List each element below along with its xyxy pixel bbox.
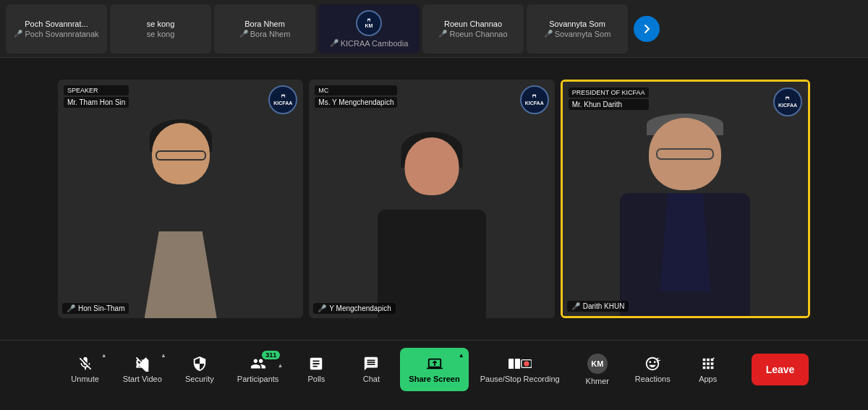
khmer-label: Khmer xyxy=(586,377,609,385)
apps-label: Apps xyxy=(699,375,717,383)
polls-label: Polls xyxy=(307,375,325,383)
mic-muted-icon-bora: 🎤 xyxy=(239,30,248,38)
participant-name-sekong: se kong xyxy=(147,20,175,28)
tie-speaker3 xyxy=(660,193,710,291)
mic-muted-icon-sovannyta: 🎤 xyxy=(544,30,553,38)
body-speaker2 xyxy=(378,210,486,318)
participants-button[interactable]: 311 ▲ Participants xyxy=(229,348,287,391)
mic-muted-icon-speaker3: 🎤 xyxy=(571,302,580,310)
shirt-speaker1 xyxy=(145,231,217,318)
pause-recording-button[interactable]: Pause/Stop Recording xyxy=(472,348,569,391)
next-participants-button[interactable] xyxy=(634,16,660,42)
polls-button[interactable]: Polls xyxy=(290,348,342,391)
participants-label: Participants xyxy=(237,375,278,383)
participant-tile-bora[interactable]: Bora Nhem 🎤 Bora Nhem xyxy=(214,4,315,54)
share-screen-arrow-icon: ▲ xyxy=(459,352,464,359)
main-video-area: SPEAKER Mr. Tham Hon Sin កKICFAA 🎤 Hon S… xyxy=(0,58,868,340)
speaker-name-label-speaker2: Ms. Y Mengchendapich xyxy=(315,97,397,108)
speaker-name-label-speaker1: Mr. Tham Hon Sin xyxy=(64,97,129,108)
mic-muted-icon-poch: 🎤 xyxy=(14,30,22,38)
reactions-icon xyxy=(644,356,660,372)
videocam-off-icon xyxy=(135,356,150,372)
role-label-speaker2: MC xyxy=(315,85,397,95)
body-speaker1 xyxy=(123,202,239,318)
participant-tile-roeun[interactable]: Roeun Channao 🎤 Roeun Channao xyxy=(422,4,524,54)
apps-button[interactable]: Apps xyxy=(682,348,734,391)
video-footer-speaker1: 🎤 Hon Sin-Tham xyxy=(62,303,129,314)
reactions-button[interactable]: Reactions xyxy=(626,348,679,391)
khmer-button[interactable]: KM Khmer xyxy=(571,348,624,391)
participants-bar: Poch Sovannrat... 🎤 Poch Sovannratanak s… xyxy=(0,0,868,58)
svg-point-3 xyxy=(524,361,529,366)
video-bg-speaker2: MC Ms. Y Mengchendapich កKICFAA 🎤 Y Meng… xyxy=(309,80,554,318)
role-label-speaker3: PRESIDENT OF KICFAA xyxy=(569,87,649,98)
svg-rect-1 xyxy=(515,358,520,368)
glasses-speaker3 xyxy=(656,148,714,160)
security-label: Security xyxy=(185,375,214,383)
video-grid: SPEAKER Mr. Tham Hon Sin កKICFAA 🎤 Hon S… xyxy=(0,80,868,318)
face-speaker3 xyxy=(649,118,721,190)
polls-icon xyxy=(308,356,324,372)
kicraa-logo: កKM xyxy=(356,10,382,36)
participant-name-poch: Poch Sovannrat... xyxy=(25,20,88,28)
face-speaker1 xyxy=(152,123,210,184)
share-screen-label: Share Screen xyxy=(409,375,459,383)
security-button[interactable]: Security xyxy=(174,348,226,391)
security-icon xyxy=(192,356,208,372)
video-cell-speaker1[interactable]: SPEAKER Mr. Tham Hon Sin កKICFAA 🎤 Hon S… xyxy=(58,80,303,318)
participant-subname-roeun: 🎤 Roeun Channao xyxy=(438,30,507,38)
video-header-overlay-speaker2: MC Ms. Y Mengchendapich កKICFAA xyxy=(315,85,548,114)
start-video-arrow-icon: ▲ xyxy=(161,352,166,359)
video-cell-speaker3[interactable]: PRESIDENT OF KICFAA Mr. Khun Darith កKIC… xyxy=(561,80,810,318)
unmute-button[interactable]: ▲ Unmute xyxy=(59,348,111,391)
video-header-overlay-speaker3: PRESIDENT OF KICFAA Mr. Khun Darith កKIC… xyxy=(569,87,802,116)
leave-button[interactable]: Leave xyxy=(752,354,809,385)
video-bg-speaker3: PRESIDENT OF KICFAA Mr. Khun Darith កKIC… xyxy=(563,82,808,316)
participant-tile-sovannyta[interactable]: Sovannyta Som 🎤 Sovannyta Som xyxy=(527,4,628,54)
kicfaa-logo-speaker3: កKICFAA xyxy=(773,87,802,116)
participant-subname-bora: 🎤 Bora Nhem xyxy=(239,30,291,38)
km-icon: KM xyxy=(587,354,608,374)
mic-muted-icon-kicraa: 🎤 xyxy=(330,39,339,47)
pause-recording-icon xyxy=(509,356,532,372)
participant-tile-poch[interactable]: Poch Sovannrat... 🎤 Poch Sovannratanak xyxy=(6,4,107,54)
participant-subname-kicraa: 🎤 KICRAA Cambodia xyxy=(330,39,409,48)
mic-muted-icon-roeun: 🎤 xyxy=(438,30,447,38)
participant-subname-sovannyta: 🎤 Sovannyta Som xyxy=(544,30,611,38)
participant-name-sovannyta: Sovannyta Som xyxy=(549,20,605,28)
chat-icon xyxy=(363,356,379,372)
chat-button[interactable]: Chat xyxy=(345,348,397,391)
participant-subname-sekong: se kong xyxy=(147,30,175,38)
svg-rect-0 xyxy=(509,358,514,368)
video-cell-speaker2[interactable]: MC Ms. Y Mengchendapich កKICFAA 🎤 Y Meng… xyxy=(309,80,554,318)
participant-subname-poch: 🎤 Poch Sovannratanak xyxy=(14,30,98,38)
speaker-name-label-speaker3: Mr. Khun Darith xyxy=(569,99,649,110)
participant-tile-sekong[interactable]: se kong se kong xyxy=(110,4,211,54)
participants-badge: 311 xyxy=(262,351,280,359)
mic-off-icon xyxy=(77,356,93,372)
mic-muted-icon-speaker2: 🎤 xyxy=(318,304,326,312)
role-label-speaker1: SPEAKER xyxy=(64,85,129,95)
reactions-label: Reactions xyxy=(635,375,671,383)
unmute-label: Unmute xyxy=(71,375,99,383)
body-speaker3 xyxy=(620,193,750,316)
video-footer-speaker3: 🎤 Darith KHUN xyxy=(567,301,629,312)
mic-muted-icon-speaker1: 🎤 xyxy=(67,304,75,312)
video-bg-speaker1: SPEAKER Mr. Tham Hon Sin កKICFAA 🎤 Hon S… xyxy=(58,80,303,318)
chat-label: Chat xyxy=(363,375,380,383)
participant-tile-kicraa[interactable]: កKM 🎤 KICRAA Cambodia xyxy=(318,4,420,54)
kicfaa-logo-speaker2: កKICFAA xyxy=(520,85,549,114)
apps-icon xyxy=(700,356,716,372)
video-header-overlay-speaker1: SPEAKER Mr. Tham Hon Sin កKICFAA xyxy=(64,85,297,114)
participants-arrow-icon: ▲ xyxy=(277,362,283,369)
pause-recording-label: Pause/Stop Recording xyxy=(480,375,560,383)
share-screen-icon xyxy=(427,356,443,372)
glasses-speaker1 xyxy=(156,150,206,161)
start-video-button[interactable]: ▲ Start Video xyxy=(114,348,171,391)
toolbar: ▲ Unmute ▲ Start Video Security 3 xyxy=(0,340,868,398)
video-footer-speaker2: 🎤 Y Mengchendapich xyxy=(313,303,395,314)
kicfaa-logo-speaker1: កKICFAA xyxy=(268,85,297,114)
participant-name-bora: Bora Nhem xyxy=(244,20,285,28)
share-screen-button[interactable]: ▲ Share Screen xyxy=(400,348,468,391)
face-speaker2 xyxy=(404,137,459,195)
